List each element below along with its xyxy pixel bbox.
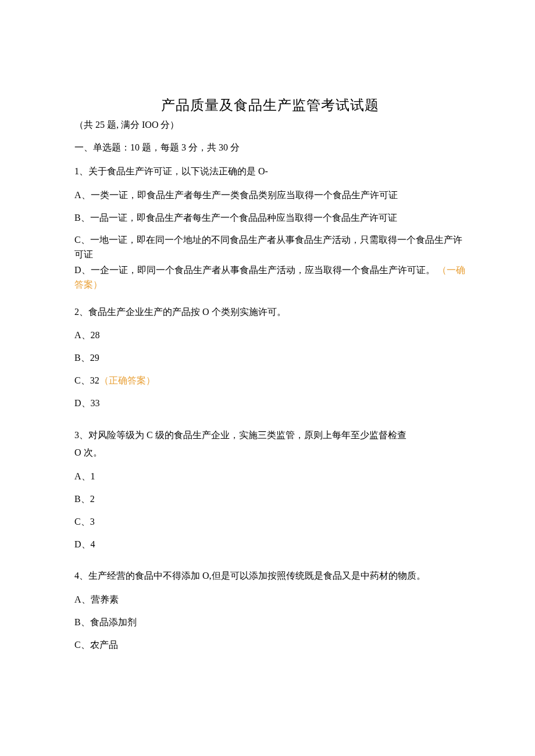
question-2-answer-marker: （正确答案） — [99, 375, 155, 385]
question-1-option-b: B、一品一证，即食品生产者每生产一个食品品种应当取得一个食品生产许可证 — [74, 211, 465, 225]
question-2-option-c: C、32（正确答案） — [74, 374, 465, 388]
question-4-text: 4、生产经营的食品中不得添加 O,但是可以添加按照传统既是食品又是中药材的物质。 — [74, 569, 465, 583]
question-1-text: 1、关于食品生产许可证，以下说法正确的是 O- — [74, 164, 465, 179]
question-3-option-c: C、3 — [74, 515, 465, 529]
question-1-option-d: D、一企一证，即同一个食品生产者从事食晶生产活动，应当取得一个食晶生产许可证。 … — [74, 263, 465, 292]
document-subtitle: （共 25 题, 满分 IOO 分） — [74, 119, 465, 131]
document-title: 产品质量及食品生产监管考试试题 — [74, 96, 465, 114]
question-3-line1: 3、对风险等级为 C 级的食品生产企业，实施三类监管，原则上每年至少监督检查 — [74, 428, 465, 443]
question-4-option-b: B、食品添加剂 — [74, 615, 465, 630]
question-2-text: 2、食品生产企业生产的产品按 O 个类别实施许可。 — [74, 305, 465, 320]
question-1-option-d-text: D、一企一证，即同一个食品生产者从事食晶生产活动，应当取得一个食晶生产许可证。 — [74, 265, 437, 275]
question-4-option-c: C、农产品 — [74, 638, 465, 653]
question-3-option-a: A、1 — [74, 470, 465, 484]
question-3-line2: O 次。 — [74, 446, 465, 460]
exam-document: 产品质量及食品生产监管考试试题 （共 25 题, 满分 IOO 分） 一、单选题… — [0, 0, 535, 719]
question-3-option-b: B、2 — [74, 492, 465, 507]
question-2-option-b: B、29 — [74, 351, 465, 366]
question-2-option-c-text: C、32 — [74, 375, 99, 385]
question-1-option-c: C、一地一证，即在同一个地址的不同食品生产者从事食品生产活动，只需取得一个食品生… — [74, 233, 465, 262]
question-3-option-d: D、4 — [74, 538, 465, 552]
question-4-option-a: A、营养素 — [74, 593, 465, 607]
question-1-option-a: A、一类一证，即食品生产者每生产一类食品类别应当取得一个食品生产许可证 — [74, 188, 465, 203]
question-2-option-d: D、33 — [74, 396, 465, 411]
question-3-text: 3、对风险等级为 C 级的食品生产企业，实施三类监管，原则上每年至少监督检查 O… — [74, 428, 465, 461]
section-1-header: 一、单选题：10 题，每题 3 分，共 30 分 — [74, 142, 465, 154]
question-2-option-a: A、28 — [74, 328, 465, 343]
